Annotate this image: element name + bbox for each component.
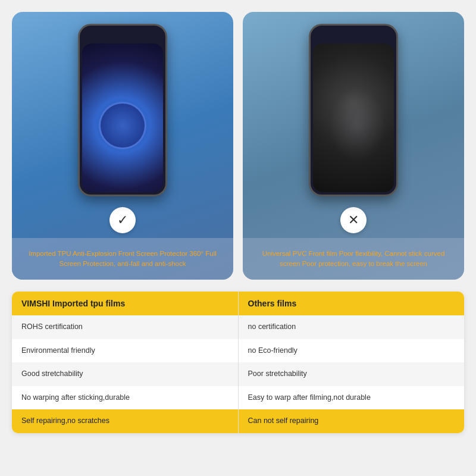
table-cell-right: Poor stretchability: [238, 362, 464, 386]
table-cell-left: ROHS certification: [12, 315, 238, 339]
bad-phone-screen: [313, 43, 394, 192]
table-cell-right: no Eco-friendly: [238, 339, 464, 363]
table-header-right: Others films: [238, 292, 464, 315]
good-card-description: Imported TPU Anti-Explosion Front Screen…: [12, 238, 233, 280]
good-phone-card: ✓ Imported TPU Anti-Explosion Front Scre…: [12, 12, 233, 280]
good-phone-screen: [82, 43, 163, 192]
good-checkmark-badge: ✓: [109, 207, 136, 233]
bad-phone-image-area: [243, 12, 464, 202]
good-badge-area: ✓: [12, 202, 233, 238]
bad-phone-card: ✕ Universal PVC Front film Poor flexibil…: [243, 12, 464, 280]
table-cell-right: Easy to warp after filming,not durable: [238, 386, 464, 410]
table-cell-left: No warping after sticking,durable: [12, 386, 238, 410]
bad-badge-area: ✕: [243, 202, 464, 238]
phone-notch-good: [108, 30, 137, 39]
table-header-left: VIMSHI Imported tpu films: [12, 292, 238, 315]
comparison-table: VIMSHI Imported tpu films Others films R…: [12, 292, 464, 433]
bad-card-description: Universal PVC Front film Poor flexibilit…: [243, 238, 464, 280]
top-comparison: ✓ Imported TPU Anti-Explosion Front Scre…: [12, 12, 464, 280]
good-phone-image-area: [12, 12, 233, 202]
table-cell-right: Can not self repairing: [238, 409, 464, 433]
phone-logo-good: [99, 102, 146, 149]
good-phone-mockup: [78, 24, 167, 196]
table-row: No warping after sticking,durableEasy to…: [12, 386, 464, 410]
phone-smudge-effect: [329, 88, 386, 162]
bad-x-badge: ✕: [340, 207, 367, 233]
table-cell-left: Environmental friendly: [12, 339, 238, 363]
table-row: Environmental friendlyno Eco-friendly: [12, 339, 464, 363]
phone-notch-bad: [339, 30, 368, 39]
table-row: Self repairing,no scratchesCan not self …: [12, 409, 464, 433]
table-cell-right: no certification: [238, 315, 464, 339]
table-cell-left: Self repairing,no scratches: [12, 409, 238, 433]
table-row: Good stretchabilityPoor stretchability: [12, 362, 464, 386]
table-cell-left: Good stretchability: [12, 362, 238, 386]
table-row: ROHS certificationno certification: [12, 315, 464, 339]
bad-phone-mockup: [309, 24, 398, 196]
